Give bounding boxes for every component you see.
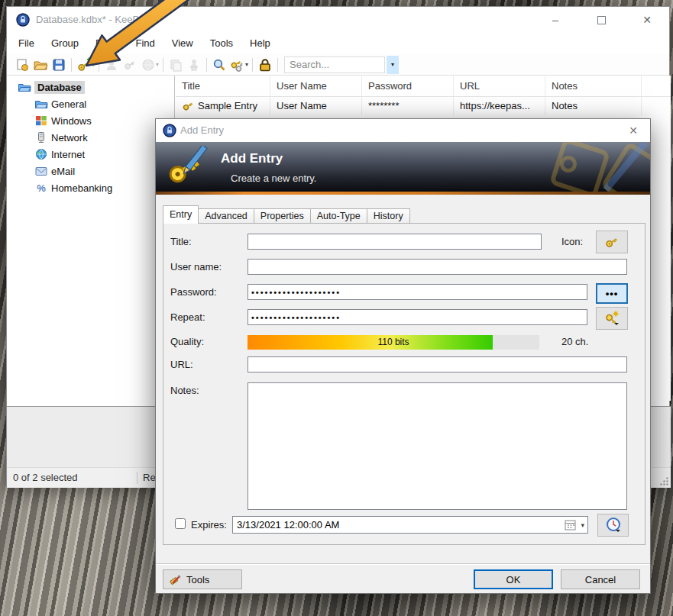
expiry-presets-button[interactable] — [597, 514, 629, 537]
group-tree-panel: Database General Windows Network — [7, 76, 175, 401]
password-input[interactable] — [248, 284, 587, 300]
lock-workspace-button[interactable] — [256, 56, 274, 74]
dialog-titlebar[interactable]: Add Entry ✕ — [156, 119, 650, 142]
status-message: Re — [143, 468, 156, 488]
tab-auto-type[interactable]: Auto-Type — [310, 208, 367, 224]
maximize-button[interactable] — [590, 7, 613, 33]
quality-label: Quality: — [170, 336, 204, 347]
expires-label: Expires: — [191, 519, 227, 531]
entry-username: User Name — [270, 97, 362, 115]
username-label: User name: — [170, 261, 222, 273]
add-entry-key-pencil-icon — [165, 146, 209, 189]
entry-password: ******** — [362, 97, 454, 115]
desktop: Database.kdbx* - KeePass – ✕ File Group … — [0, 0, 673, 616]
banner-accent-strip — [156, 192, 650, 195]
search-dropdown-button[interactable]: ▾ — [387, 56, 399, 74]
dialog-banner: Add Entry Create a new entry. — [156, 142, 650, 192]
tab-entry[interactable]: Entry — [163, 205, 199, 224]
column-header-username[interactable]: User Name — [270, 76, 362, 96]
expires-date-value: 3/13/2021 12:00:00 AM — [237, 519, 339, 531]
icon-picker-button[interactable] — [596, 231, 628, 253]
windows-logo-icon — [34, 114, 48, 127]
envelope-icon — [34, 164, 48, 178]
title-label: Title: — [170, 236, 192, 247]
sidebar-item-label: General — [51, 98, 86, 110]
key-generator-icon — [603, 310, 620, 327]
tools-button[interactable]: Tools — [163, 569, 242, 589]
sidebar-item-general[interactable]: General — [7, 95, 174, 112]
notes-textarea[interactable] — [248, 382, 627, 510]
dialog-tabs: Entry Advanced Properties Auto-Type Hist… — [163, 207, 409, 224]
column-header-spacer — [642, 76, 671, 96]
title-input[interactable] — [248, 234, 542, 250]
key-icon — [604, 234, 620, 250]
repeat-label: Repeat: — [170, 311, 205, 323]
close-button[interactable]: ✕ — [636, 7, 658, 33]
new-database-button[interactable] — [13, 56, 31, 74]
tools-icon — [170, 573, 182, 585]
footer-separator — [156, 563, 650, 565]
dialog-title: Add Entry — [180, 119, 224, 142]
notes-label: Notes: — [170, 385, 199, 396]
tab-properties[interactable]: Properties — [254, 208, 311, 224]
decorative-key-icon — [549, 142, 611, 192]
column-header-url[interactable]: URL — [454, 76, 545, 96]
sidebar-item-email[interactable]: eMail — [7, 163, 174, 179]
entry-tab-page: Title: Icon: User name: Password: ••• Re… — [163, 223, 645, 545]
column-header-title[interactable]: Title — [176, 76, 270, 96]
key-sources-button[interactable] — [228, 56, 247, 74]
minimize-button[interactable]: – — [544, 7, 567, 33]
banner-title: Add Entry — [221, 151, 283, 166]
keepass-app-icon — [163, 124, 176, 137]
tools-button-label: Tools — [186, 574, 209, 585]
computer-icon — [34, 131, 48, 144]
icon-label: Icon: — [561, 236, 583, 247]
entry-title: Sample Entry — [198, 97, 257, 115]
calendar-icon — [565, 519, 578, 531]
menu-help[interactable]: Help — [241, 33, 279, 54]
expires-checkbox[interactable] — [175, 518, 186, 529]
sidebar-item-database[interactable]: Database — [7, 79, 174, 95]
key-sources-dropdown-arrow[interactable]: ▾ — [245, 56, 248, 74]
table-row[interactable]: Sample Entry User Name ******** https://… — [176, 97, 671, 115]
sidebar-item-label: Database — [34, 81, 85, 94]
entry-notes: Notes — [545, 97, 642, 115]
sidebar-item-network[interactable]: Network — [7, 129, 174, 146]
password-label: Password: — [170, 286, 217, 298]
percent-icon: % — [34, 181, 48, 195]
globe-icon — [34, 147, 48, 161]
date-dropdown-arrow[interactable]: ▾ — [581, 516, 584, 534]
show-password-toggle[interactable]: ••• — [596, 283, 628, 304]
folder-icon — [34, 97, 48, 111]
column-header-notes[interactable]: Notes — [545, 76, 642, 96]
sidebar-item-homebanking[interactable]: % Homebanking — [7, 179, 174, 196]
sidebar-item-label: Homebanking — [51, 182, 112, 194]
dialog-close-button[interactable]: ✕ — [624, 119, 642, 142]
username-input[interactable] — [248, 259, 627, 275]
folder-open-icon — [18, 80, 31, 94]
key-icon — [182, 100, 194, 112]
add-entry-dialog: Add Entry ✕ Add Entry Create a new ent — [155, 118, 651, 594]
tab-history[interactable]: History — [367, 208, 410, 224]
repeat-password-input[interactable] — [248, 309, 587, 325]
url-input[interactable] — [248, 356, 627, 373]
tab-advanced[interactable]: Advanced — [198, 208, 254, 224]
sidebar-item-label: Network — [51, 132, 88, 144]
entry-url: https://keepas... — [454, 97, 545, 115]
expires-date-input[interactable]: 3/13/2021 12:00:00 AM ▾ — [232, 516, 588, 534]
quality-chars-label: 20 ch. — [561, 336, 588, 347]
status-separator — [137, 472, 138, 484]
sidebar-item-internet[interactable]: Internet — [7, 146, 174, 163]
sidebar-item-windows[interactable]: Windows — [7, 112, 174, 129]
quality-bits-label: 110 bits — [248, 335, 539, 350]
selection-status: 0 of 2 selected — [13, 468, 78, 488]
generate-password-button[interactable] — [596, 307, 628, 330]
url-label: URL: — [170, 359, 193, 370]
search-input[interactable] — [284, 56, 385, 73]
column-header-password[interactable]: Password — [362, 76, 454, 96]
keepass-app-icon — [16, 13, 30, 27]
cancel-button[interactable]: Cancel — [561, 569, 640, 589]
clock-icon — [604, 516, 623, 534]
resize-grip-icon[interactable] — [658, 476, 669, 486]
ok-button[interactable]: OK — [474, 569, 553, 589]
